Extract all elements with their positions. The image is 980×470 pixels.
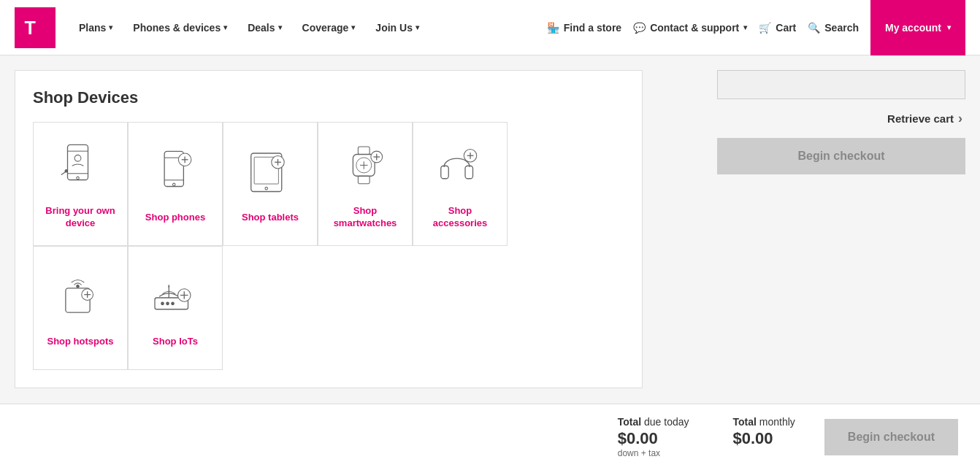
- svg-point-43: [166, 302, 169, 305]
- phone-plus-icon: [146, 145, 204, 203]
- device-grid-row-1: Bring your own device: [33, 122, 624, 246]
- hotspot-plus-icon: [51, 269, 110, 327]
- shop-tablets-card[interactable]: Shop tablets: [223, 122, 318, 246]
- shop-accessories-card[interactable]: Shop accessories: [413, 122, 508, 246]
- bring-own-device-label: Bring your own device: [41, 205, 120, 230]
- svg-rect-30: [465, 166, 473, 179]
- cart-action[interactable]: 🛒 Cart: [759, 22, 796, 34]
- chevron-down-icon: ▾: [278, 23, 282, 31]
- shop-tablets-label: Shop tablets: [242, 212, 299, 224]
- tmobile-logo[interactable]: T: [15, 7, 55, 48]
- shop-devices-panel: Shop Devices: [15, 70, 643, 388]
- watch-plus-icon: [336, 138, 394, 196]
- shop-iots-label: Shop IoTs: [153, 336, 198, 348]
- svg-rect-1: [68, 145, 88, 180]
- headphones-plus-icon: [431, 138, 489, 196]
- shop-devices-title: Shop Devices: [33, 88, 624, 107]
- main-nav: Plans ▾ Phones & devices ▾ Deals ▾ Cover…: [70, 16, 547, 39]
- shop-iots-card[interactable]: Shop IoTs: [128, 246, 223, 370]
- shop-smartwatches-label: Shop smartwatches: [326, 205, 405, 230]
- chevron-right-icon: ›: [958, 111, 962, 126]
- right-sidebar: Retrieve cart › Begin checkout: [703, 55, 980, 403]
- retrieve-cart-link[interactable]: Retrieve cart ›: [717, 111, 965, 126]
- svg-point-35: [77, 285, 80, 288]
- chevron-down-icon: ▾: [416, 23, 419, 31]
- svg-point-10: [173, 183, 176, 186]
- iot-plus-icon: [146, 269, 204, 327]
- bring-own-device-card[interactable]: Bring your own device: [33, 122, 128, 246]
- left-area: Shop Devices: [0, 55, 703, 403]
- nav-phones-devices[interactable]: Phones & devices ▾: [124, 16, 236, 39]
- svg-point-6: [65, 170, 68, 173]
- svg-point-5: [74, 155, 81, 161]
- svg-point-16: [265, 187, 268, 190]
- chat-icon: 💬: [633, 22, 646, 34]
- device-grid-row-2: Shop hotspots: [33, 246, 624, 370]
- phone-check-icon: [51, 138, 110, 196]
- my-account-button[interactable]: My account ▾: [870, 0, 965, 55]
- shop-accessories-label: Shop accessories: [421, 205, 499, 230]
- shop-hotspots-card[interactable]: Shop hotspots: [33, 246, 128, 370]
- begin-checkout-button[interactable]: Begin checkout: [717, 138, 965, 174]
- chevron-down-icon: ▾: [351, 23, 355, 31]
- tablet-plus-icon: [241, 145, 299, 203]
- shop-phones-card[interactable]: Shop phones: [128, 122, 223, 246]
- svg-text:T: T: [25, 18, 37, 38]
- svg-point-42: [161, 302, 164, 305]
- svg-rect-29: [441, 166, 449, 179]
- svg-rect-20: [358, 147, 370, 155]
- header: T Plans ▾ Phones & devices ▾ Deals ▾ Cov…: [0, 0, 980, 55]
- cart-icon: 🛒: [759, 22, 771, 34]
- chevron-down-icon: ▾: [743, 23, 747, 31]
- shop-smartwatches-card[interactable]: Shop smartwatches: [318, 122, 413, 246]
- chevron-down-icon: ▾: [223, 23, 227, 31]
- search-icon: 🔍: [808, 22, 820, 34]
- chevron-down-icon: ▾: [109, 23, 112, 31]
- store-icon: 🏪: [547, 22, 559, 34]
- nav-coverage[interactable]: Coverage ▾: [294, 16, 364, 39]
- shop-hotspots-label: Shop hotspots: [47, 336, 114, 348]
- nav-deals[interactable]: Deals ▾: [239, 16, 290, 39]
- cart-input-area[interactable]: [717, 70, 965, 99]
- find-store-action[interactable]: 🏪 Find a store: [547, 22, 621, 34]
- header-right-actions: 🏪 Find a store 💬 Contact & support ▾ 🛒 C…: [547, 0, 965, 55]
- main-content: Shop Devices: [0, 55, 980, 403]
- svg-point-4: [77, 177, 80, 180]
- chevron-down-icon: ▾: [947, 23, 951, 31]
- search-action[interactable]: 🔍 Search: [808, 22, 859, 34]
- svg-point-44: [172, 302, 175, 305]
- contact-support-action[interactable]: 💬 Contact & support ▾: [633, 22, 747, 34]
- nav-plans[interactable]: Plans ▾: [70, 16, 121, 39]
- shop-phones-label: Shop phones: [145, 212, 205, 224]
- nav-join-us[interactable]: Join Us ▾: [367, 16, 428, 39]
- svg-rect-22: [358, 176, 370, 184]
